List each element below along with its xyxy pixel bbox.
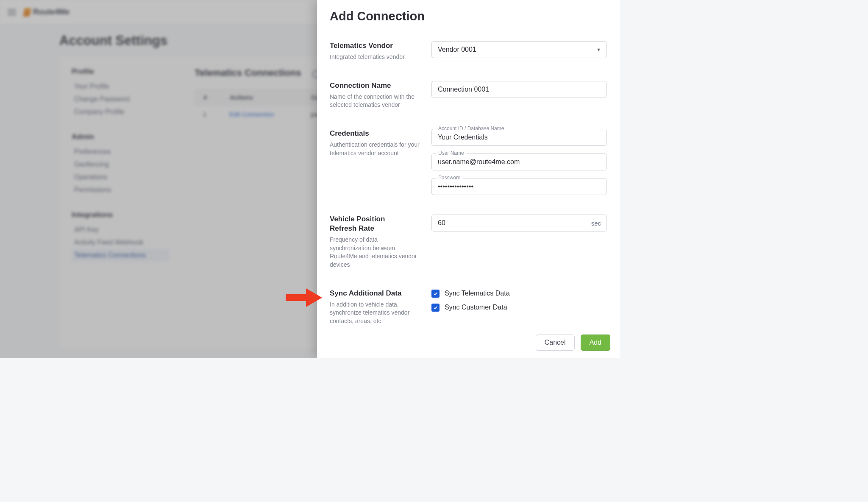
refresh-desc: Frequency of data synchronization betwee… xyxy=(330,236,420,269)
connection-name-desc: Name of the connection with the selected… xyxy=(330,93,420,109)
password-label: Password xyxy=(436,175,463,181)
credentials-label: Credentials xyxy=(330,129,420,138)
add-connection-panel: Add Connection Telematics Vendor Integra… xyxy=(317,0,620,358)
panel-body: Telematics Vendor Integrated telematics … xyxy=(317,28,620,330)
credentials-desc: Authentication credentials for your tele… xyxy=(330,141,420,157)
vendor-desc: Integrated telematics vendor xyxy=(330,53,420,61)
username-label: User Name xyxy=(436,150,467,156)
connection-name-input[interactable] xyxy=(431,81,607,98)
panel-footer: Cancel Add xyxy=(317,330,620,358)
vendor-label: Telematics Vendor xyxy=(330,41,420,50)
refresh-label: Vehicle PositionRefresh Rate xyxy=(330,215,420,233)
sync-label: Sync Additional Data xyxy=(330,289,420,298)
refresh-unit: sec xyxy=(591,219,601,226)
panel-title: Add Connection xyxy=(330,9,607,23)
sync-customer-label: Sync Customer Data xyxy=(445,304,507,311)
sync-telematics-label: Sync Telematics Data xyxy=(445,290,510,297)
panel-header: Add Connection xyxy=(317,0,620,28)
password-input[interactable] xyxy=(431,178,607,195)
vendor-select[interactable] xyxy=(431,41,607,58)
refresh-rate-input[interactable] xyxy=(431,215,607,231)
check-icon xyxy=(433,305,438,310)
account-id-label: Account ID / Database Name xyxy=(436,126,506,131)
check-icon xyxy=(433,291,438,296)
account-id-input[interactable] xyxy=(431,129,607,146)
sync-customer-checkbox[interactable] xyxy=(431,304,440,312)
connection-name-label: Connection Name xyxy=(330,81,420,90)
username-input[interactable] xyxy=(431,153,607,170)
sync-desc: In addition to vehicle data, synchronize… xyxy=(330,301,420,326)
cancel-button[interactable]: Cancel xyxy=(536,335,575,351)
add-button[interactable]: Add xyxy=(581,335,610,351)
sync-telematics-checkbox[interactable] xyxy=(431,290,440,298)
